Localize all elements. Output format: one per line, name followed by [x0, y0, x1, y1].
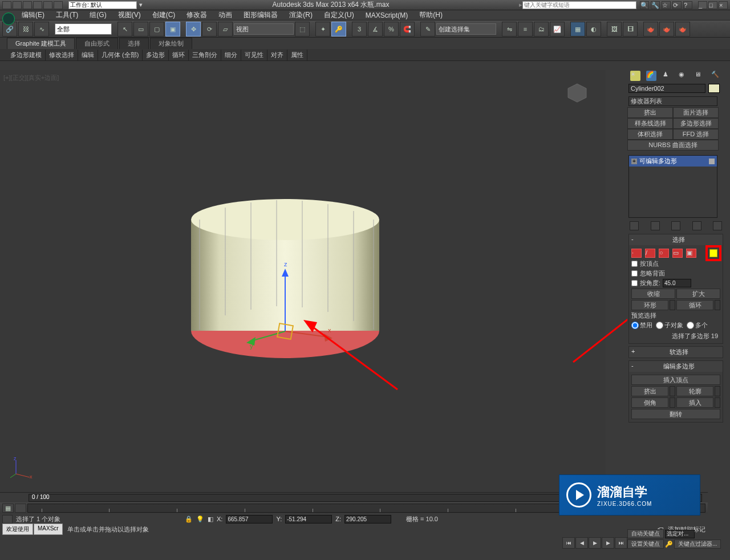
sec-subdiv[interactable]: 细分 [221, 50, 241, 60]
prev-frame-icon[interactable]: ◀ [575, 537, 588, 549]
menu-views[interactable]: 视图(V) [112, 10, 147, 20]
x-input[interactable] [226, 515, 273, 524]
btn-splinesel[interactable]: 样条线选择 [627, 118, 673, 129]
tab-paint[interactable]: 对象绘制 [150, 38, 192, 49]
align-icon[interactable]: ≡ [518, 22, 533, 36]
angle-input[interactable] [663, 279, 691, 287]
play-icon[interactable]: ▶ [589, 537, 601, 549]
tab-graphite[interactable]: Graphite 建模工具 [7, 38, 75, 49]
rect-select-icon[interactable]: ▢ [149, 22, 164, 36]
viewport[interactable]: [+][正交][真实+边面] z x [0, 70, 606, 492]
sec-tri[interactable]: 三角剖分 [189, 50, 221, 60]
tab-motion-icon[interactable]: ◉ [679, 71, 689, 81]
btn-flip[interactable]: 翻转 [631, 409, 720, 419]
object-color-swatch[interactable] [708, 84, 720, 93]
object-name-input[interactable] [628, 84, 705, 93]
menu-group[interactable]: 组(G) [84, 10, 112, 20]
mirror-icon[interactable]: ⇋ [502, 22, 517, 36]
script-mini-icon[interactable] [2, 515, 13, 524]
menu-tools[interactable]: 工具(T) [50, 10, 84, 20]
tab-selection[interactable]: 选择 [119, 38, 149, 49]
vertex-level-icon[interactable]: · [631, 249, 642, 258]
unlink-icon[interactable]: ⛓ [18, 22, 33, 36]
rollout-selection-header[interactable]: - 选择 [629, 234, 723, 245]
sec-polymodel[interactable]: 多边形建模 [7, 50, 46, 60]
app-menu-icon[interactable] [2, 13, 15, 25]
render-iter-icon[interactable]: 🫖 [659, 22, 674, 36]
expand-icon[interactable]: + [631, 159, 637, 164]
menu-create[interactable]: 创建(C) [147, 10, 181, 20]
sec-loops[interactable]: 循环 [169, 50, 189, 60]
tab-freeform[interactable]: 自由形式 [76, 38, 118, 49]
set-key-button[interactable]: 设置关键点 [627, 539, 664, 549]
element-level-icon[interactable]: ▣ [686, 249, 696, 258]
rollout-editpoly-header[interactable]: - 编辑多边形 [629, 361, 723, 372]
snap-3-icon[interactable]: 3 [352, 22, 367, 36]
polygon-level-icon[interactable]: ▭ [672, 249, 683, 258]
btn-insert-vertex[interactable]: 插入顶点 [631, 375, 720, 385]
layers-icon[interactable]: 🗂 [534, 22, 549, 36]
sec-visibility[interactable]: 可见性 [241, 50, 267, 60]
select-icon[interactable]: ↖ [117, 22, 132, 36]
curve-editor-icon[interactable]: 📈 [550, 22, 565, 36]
btn-shrink[interactable]: 收缩 [631, 289, 675, 299]
isolate-icon[interactable]: 💡 [196, 516, 204, 523]
btn-ffdsel[interactable]: FFD 选择 [673, 129, 719, 140]
editnamed-icon[interactable]: ✎ [420, 22, 435, 36]
maximize-button[interactable]: □ [708, 1, 717, 9]
named-selection-dropdown[interactable] [436, 23, 496, 35]
goto-end-icon[interactable]: ⏭ [615, 537, 627, 549]
menu-animation[interactable]: 动画 [213, 10, 238, 20]
key-filter-button[interactable]: 关键点过滤器... [674, 539, 721, 549]
menu-customize[interactable]: 自定义(U) [318, 10, 360, 20]
btn-loop[interactable]: 循环 [676, 300, 713, 310]
close-button[interactable]: × [719, 1, 728, 9]
chk-by-angle[interactable]: 按角度: [631, 279, 720, 287]
qa-open-icon[interactable] [13, 1, 22, 9]
btn-inset[interactable]: 插入 [676, 397, 713, 408]
sec-geom[interactable]: 几何体 (全部) [98, 50, 143, 60]
pivot-icon[interactable]: ⬚ [295, 22, 310, 36]
select-name-icon[interactable]: ▭ [133, 22, 148, 36]
goto-start-icon[interactable]: ⏮ [562, 537, 575, 549]
trackbar-mode-icon[interactable]: ▦ [2, 504, 14, 513]
help-search-input[interactable] [522, 1, 636, 9]
btn-outline[interactable]: 轮廓 [676, 386, 713, 396]
btn-extrude-mod[interactable]: 挤出 [627, 107, 673, 118]
radio-disable[interactable]: 禁用 [631, 321, 652, 330]
btn-grow[interactable]: 扩大 [676, 289, 720, 299]
sec-props[interactable]: 属性 [287, 50, 307, 60]
menu-help[interactable]: 帮助(H) [413, 10, 448, 20]
btn-ring[interactable]: 环形 [631, 300, 668, 310]
help-icon[interactable]: ? [683, 1, 692, 9]
menu-grapheditors[interactable]: 图形编辑器 [238, 10, 283, 20]
tab-welcome[interactable]: 欢迎使用 [2, 524, 33, 535]
render-setup-icon[interactable]: 🖼 [607, 22, 622, 36]
tab-display-icon[interactable]: 🖥 [695, 71, 705, 81]
lock-icon[interactable]: 🔒 [185, 516, 193, 523]
tool1-icon[interactable]: 🔧 [651, 1, 660, 9]
inset-settings-icon[interactable] [715, 397, 720, 408]
workspace-selector[interactable]: ▾ [68, 1, 143, 9]
qa-redo-icon[interactable] [43, 1, 52, 9]
qa-undo-icon[interactable] [33, 1, 42, 9]
expand-icon[interactable]: + [631, 348, 637, 356]
render-prod-icon[interactable]: 🫖 [643, 22, 658, 36]
stack-toggle-icon[interactable] [709, 159, 715, 164]
modifier-stack[interactable]: + 可编辑多边形 [628, 155, 717, 218]
tab-create-icon[interactable]: ☀ [630, 71, 640, 81]
key-icon[interactable]: 🔑 [665, 541, 673, 548]
unique-icon[interactable] [671, 221, 680, 230]
percent-snap-icon[interactable]: % [384, 22, 399, 36]
pin-icon[interactable] [630, 221, 639, 230]
sec-polygons[interactable]: 多边形 [143, 50, 169, 60]
z-input[interactable] [344, 515, 391, 524]
schematic-icon[interactable]: ▦ [570, 22, 585, 36]
minimize-button[interactable]: _ [698, 1, 707, 9]
modifier-list-dropdown[interactable] [628, 96, 717, 106]
chk-by-vertex[interactable]: 按顶点 [631, 259, 720, 268]
keymode-icon[interactable]: 🔑 [331, 22, 346, 36]
collapse-icon[interactable]: - [631, 362, 637, 371]
tab-maxscript[interactable]: MAXScr [34, 524, 63, 535]
show-end-icon[interactable] [651, 221, 660, 230]
